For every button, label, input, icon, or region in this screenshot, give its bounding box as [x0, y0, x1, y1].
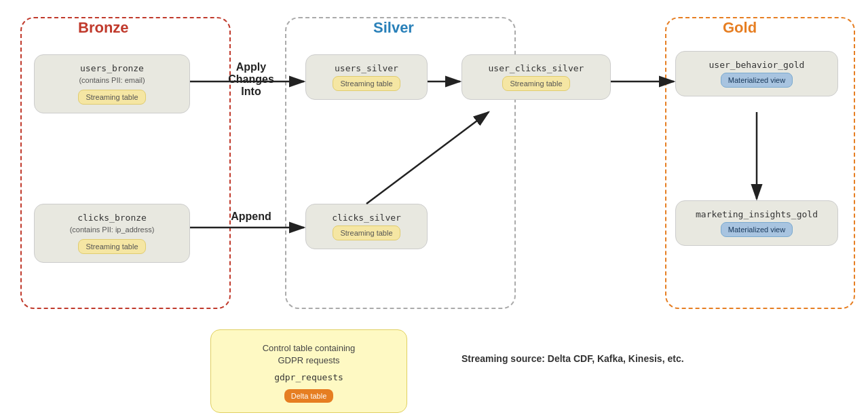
- label-gold: Gold: [723, 19, 757, 37]
- node-clicks-bronze: clicks_bronze (contains PII: ip_address)…: [34, 204, 190, 263]
- node-marketing-insights-gold-badge: Materialized view: [721, 222, 793, 237]
- node-marketing-insights-gold-title: marketing_insights_gold: [685, 209, 828, 219]
- node-clicks-bronze-subtitle: (contains PII: ip_address): [44, 225, 180, 234]
- node-clicks-bronze-badge: Streaming table: [78, 239, 145, 254]
- label-bronze: Bronze: [78, 19, 129, 37]
- node-users-bronze-subtitle: (contains PII: email): [44, 76, 180, 84]
- diagram-container: Bronze Silver Gold users_bronze (contain…: [0, 0, 868, 417]
- node-users-silver-badge: Streaming table: [333, 76, 400, 91]
- node-clicks-silver-title: clicks_silver: [316, 213, 417, 223]
- control-table-name: gdpr_requests: [230, 372, 388, 382]
- node-clicks-bronze-title: clicks_bronze: [44, 213, 180, 223]
- node-user-clicks-silver-badge: Streaming table: [502, 76, 569, 91]
- control-table-badge: Delta table: [284, 389, 334, 403]
- node-users-bronze: users_bronze (contains PII: email) Strea…: [34, 54, 190, 113]
- node-user-behavior-gold-badge: Materialized view: [721, 73, 793, 88]
- node-user-clicks-silver-title: user_clicks_silver: [472, 63, 601, 73]
- node-users-silver: users_silver Streaming table: [305, 54, 428, 100]
- node-users-bronze-badge: Streaming table: [78, 90, 145, 105]
- node-clicks-silver-badge: Streaming table: [333, 225, 400, 240]
- node-clicks-silver: clicks_silver Streaming table: [305, 204, 428, 249]
- node-users-silver-title: users_silver: [316, 63, 417, 73]
- node-user-behavior-gold-title: user_behavior_gold: [685, 60, 828, 70]
- arrow-label-append: Append: [224, 211, 278, 223]
- node-users-bronze-title: users_bronze: [44, 63, 180, 73]
- node-user-clicks-silver: user_clicks_silver Streaming table: [461, 54, 611, 100]
- control-table: Control table containingGDPR requests gd…: [210, 329, 407, 413]
- label-silver: Silver: [373, 19, 414, 37]
- node-user-behavior-gold: user_behavior_gold Materialized view: [675, 51, 838, 96]
- node-marketing-insights-gold: marketing_insights_gold Materialized vie…: [675, 200, 838, 246]
- arrow-label-apply-changes: ApplyChangesInto: [210, 61, 292, 98]
- streaming-source-label: Streaming source: Delta CDF, Kafka, Kine…: [461, 353, 684, 364]
- control-table-description: Control table containingGDPR requests: [230, 342, 388, 367]
